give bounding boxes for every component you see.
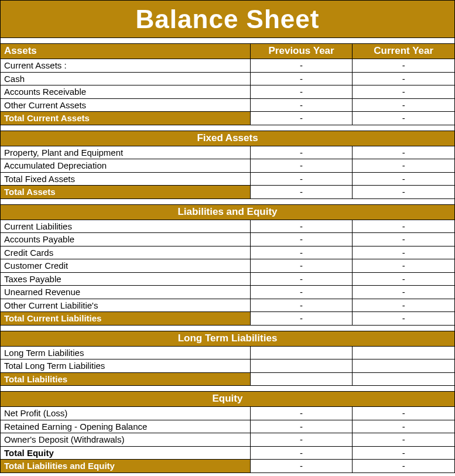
spacer	[1, 386, 455, 392]
row-prev: -	[250, 146, 353, 159]
row-label: Other Current Liabilitie's	[1, 299, 251, 312]
row-cur: -	[353, 72, 455, 85]
row-cur: -	[353, 246, 455, 259]
row-label: Customer Credit	[1, 259, 251, 273]
subtotal-label: Total Assets	[1, 186, 251, 199]
spacer	[1, 198, 455, 204]
row-label: Total Long Term Liabilities	[1, 359, 251, 373]
row-label: Current Liabilities	[1, 220, 251, 233]
row-cur: -	[353, 286, 455, 299]
row-cur: -	[353, 299, 455, 312]
subtotal-label: Total Current Assets	[1, 112, 251, 125]
row-prev: -	[250, 299, 353, 312]
row-cur: -	[353, 233, 455, 246]
row-prev: -	[250, 407, 353, 420]
equity-total-label: Total Equity	[1, 446, 251, 460]
row-prev: -	[250, 272, 353, 286]
row-prev: -	[250, 420, 353, 433]
row-prev: -	[250, 259, 353, 273]
spacer	[1, 125, 455, 131]
row-prev: -	[250, 85, 353, 99]
row-prev: -	[250, 433, 353, 447]
section-header-equity: Equity	[1, 392, 455, 407]
row-cur: -	[353, 98, 455, 112]
row-cur	[353, 346, 455, 359]
row-label: Property, Plant and Equipment	[1, 146, 251, 159]
row-label: Total Fixed Assets	[1, 172, 251, 186]
row-label: Cash	[1, 72, 251, 85]
row-label: Credit Cards	[1, 246, 251, 259]
page-title: Balance Sheet	[1, 1, 455, 38]
subtotal-prev	[250, 372, 353, 386]
row-label: Current Assets :	[1, 59, 251, 73]
spacer	[1, 38, 455, 44]
subtotal-prev: -	[250, 112, 353, 125]
row-cur: -	[353, 220, 455, 233]
row-label: Other Current Assets	[1, 98, 251, 112]
subtotal-label: Total Liabilities and Equity	[1, 460, 251, 473]
row-label: Unearned Revenue	[1, 286, 251, 299]
row-prev: -	[250, 72, 353, 85]
row-prev	[250, 346, 353, 359]
row-prev: -	[250, 98, 353, 112]
balance-sheet-table: Balance SheetAssetsPrevious YearCurrent …	[0, 0, 455, 473]
equity-total-prev: -	[250, 446, 353, 460]
subtotal-prev: -	[250, 312, 353, 326]
row-cur: -	[353, 159, 455, 173]
row-cur: -	[353, 433, 455, 447]
subtotal-cur	[353, 372, 455, 386]
row-prev: -	[250, 59, 353, 73]
row-cur	[353, 359, 455, 373]
subtotal-prev: -	[250, 460, 353, 473]
row-prev: -	[250, 172, 353, 186]
row-prev: -	[250, 286, 353, 299]
row-prev: -	[250, 220, 353, 233]
row-label: Taxes Payable	[1, 272, 251, 286]
row-cur: -	[353, 272, 455, 286]
section-header-fixed-assets: Fixed Assets	[1, 131, 455, 146]
row-cur: -	[353, 407, 455, 420]
row-cur: -	[353, 59, 455, 73]
row-label: Retained Earning - Opening Balance	[1, 420, 251, 433]
subtotal-label: Total Liabilities	[1, 372, 251, 386]
row-label: Owner's Deposit (Withdrawals)	[1, 433, 251, 447]
row-label: Accounts Payable	[1, 233, 251, 246]
col-header-previous: Previous Year	[250, 44, 353, 59]
row-cur: -	[353, 420, 455, 433]
row-label: Long Term Liabilities	[1, 346, 251, 359]
col-header-current: Current Year	[353, 44, 455, 59]
row-prev	[250, 359, 353, 373]
col-header-label: Assets	[1, 44, 251, 59]
spacer	[1, 325, 455, 331]
subtotal-cur: -	[353, 312, 455, 326]
row-cur: -	[353, 85, 455, 99]
row-label: Accumulated Depreciation	[1, 159, 251, 173]
section-header-long-term-liabilities: Long Term Liabilities	[1, 331, 455, 346]
row-prev: -	[250, 159, 353, 173]
subtotal-cur: -	[353, 112, 455, 125]
subtotal-cur: -	[353, 460, 455, 473]
row-label: Accounts Receivable	[1, 85, 251, 99]
row-cur: -	[353, 146, 455, 159]
row-label: Net Profit (Loss)	[1, 407, 251, 420]
subtotal-cur: -	[353, 186, 455, 199]
subtotal-label: Total Current Liabilities	[1, 312, 251, 326]
row-prev: -	[250, 246, 353, 259]
equity-total-cur: -	[353, 446, 455, 460]
row-prev: -	[250, 233, 353, 246]
subtotal-prev: -	[250, 186, 353, 199]
row-cur: -	[353, 259, 455, 273]
row-cur: -	[353, 172, 455, 186]
section-header-liabilities-equity: Liabilities and Equity	[1, 204, 455, 220]
